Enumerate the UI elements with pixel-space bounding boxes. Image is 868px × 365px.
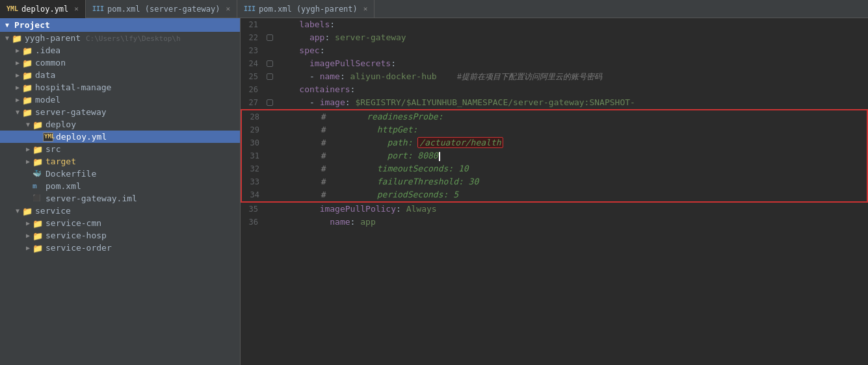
tree-item-root[interactable]: ▼ 📁 yygh-parent C:\Users\lfy\Desktop\h	[0, 32, 240, 44]
line-num-25: 25	[241, 70, 263, 83]
tree-item-server-gateway[interactable]: ▼ 📁 server-gateway	[0, 106, 240, 118]
code-line-28: 28 # readinessProbe:	[242, 110, 867, 123]
tree-item-deploy[interactable]: ▼ 📁 deploy	[0, 118, 240, 131]
gutter-dot-27	[267, 99, 273, 106]
tree-item-service-order[interactable]: ▶ 📁 service-order	[0, 242, 240, 254]
code-line-34: 34 # periodSeconds: 5	[242, 188, 867, 201]
folder-icon: 📁	[22, 95, 33, 105]
line-num-34: 34	[242, 188, 265, 201]
folder-icon: 📁	[12, 34, 22, 43]
line-content-27: - image: $REGISTRY/$ALIYUNHUB_NAMESPACE/…	[276, 96, 868, 109]
gutter-29	[265, 123, 278, 136]
root-arrow: ▼	[3, 34, 12, 42]
path-highlight: /actuator/health	[417, 137, 503, 148]
code-line-21: 21 labels:	[241, 18, 868, 31]
project-title: ▼ Project	[0, 18, 240, 32]
model-label: model	[35, 95, 60, 105]
service-label: service	[35, 206, 71, 216]
dockerfile-label: Dockerfile	[46, 169, 96, 179]
iml-file-icon: ⬛	[33, 194, 43, 203]
tree-item-data[interactable]: ▶ 📁 data	[0, 69, 240, 81]
gutter-34	[265, 188, 278, 201]
data-arrow: ▶	[13, 71, 22, 79]
line-content-35: imagePullPolicy: Always	[276, 203, 868, 216]
tab-close-icon[interactable]: ✕	[363, 5, 368, 13]
service-hosp-label: service-hosp	[46, 231, 107, 240]
tree-item-dockerfile[interactable]: ▶ 🐳 Dockerfile	[0, 168, 240, 180]
code-line-31: 31 # port: 8080	[242, 149, 867, 162]
idea-arrow: ▶	[13, 47, 22, 54]
gutter-22	[263, 31, 276, 44]
project-arrow: ▼	[3, 21, 12, 29]
code-line-22: 22 app: server-gateway	[241, 31, 868, 44]
xml-icon: III	[244, 5, 256, 12]
gutter-26	[263, 83, 276, 96]
code-line-23: 23 spec:	[241, 44, 868, 57]
xml-icon: III	[92, 5, 104, 12]
line-content-21: labels:	[276, 18, 868, 31]
folder-icon: 📁	[22, 71, 33, 80]
folder-icon: 📁	[33, 120, 43, 129]
data-label: data	[35, 70, 55, 80]
tree-item-service-cmn[interactable]: ▶ 📁 service-cmn	[0, 217, 240, 229]
sidebar: ▼ Project ▼ 📁 yygh-parent C:\Users\lfy\D…	[0, 18, 241, 365]
line-content-24: imagePullSecrets:	[276, 57, 868, 70]
line-num-30: 30	[242, 136, 265, 149]
tab-close-icon[interactable]: ✕	[74, 5, 79, 13]
folder-icon: 📁	[33, 157, 43, 166]
gutter-21	[263, 18, 276, 31]
highlighted-block: 28 # readinessProbe: 29 # httpGet: 30	[241, 109, 868, 203]
line-content-36: name: app	[276, 216, 868, 229]
server-gateway-arrow: ▼	[13, 108, 22, 116]
tree-item-deploy-yml[interactable]: ▶ YML deploy.yml	[0, 131, 240, 143]
line-num-26: 26	[241, 83, 263, 96]
tab-deploy-yml[interactable]: YML deploy.yml ✕	[0, 0, 86, 18]
tab-close-icon[interactable]: ✕	[226, 5, 230, 13]
service-order-arrow: ▶	[23, 244, 33, 251]
folder-icon: 📁	[33, 145, 43, 154]
target-label: target	[46, 157, 76, 166]
deploy-label: deploy	[46, 120, 76, 129]
line-content-29: # httpGet:	[278, 123, 867, 136]
tree-item-src[interactable]: ▶ 📁 src	[0, 143, 240, 155]
deploy-arrow: ▼	[23, 121, 33, 128]
service-order-label: service-order	[46, 243, 112, 253]
tree-item-common[interactable]: ▶ 📁 common	[0, 57, 240, 69]
line-num-23: 23	[241, 44, 263, 57]
line-content-30: # path: /actuator/health	[278, 136, 867, 149]
line-num-31: 31	[242, 149, 265, 162]
tree-item-pom-xml[interactable]: ▶ m pom.xml	[0, 180, 240, 192]
line-num-24: 24	[241, 57, 263, 70]
yml-file-icon: YML	[43, 132, 53, 142]
hospital-manage-label: hospital-manage	[35, 82, 111, 92]
line-num-27: 27	[241, 96, 263, 109]
tree-item-model[interactable]: ▶ 📁 model	[0, 94, 240, 106]
gutter-30	[265, 136, 278, 149]
line-content-32: # timeoutSeconds: 10	[278, 162, 867, 175]
gutter-35	[263, 203, 276, 216]
tab-label: pom.xml (server-gateway)	[107, 5, 220, 14]
tree-item-hospital-manage[interactable]: ▶ 📁 hospital-manage	[0, 81, 240, 94]
code-line-35: 35 imagePullPolicy: Always	[241, 203, 868, 216]
line-content-33: # failureThreshold: 30	[278, 175, 867, 188]
main-layout: ▼ Project ▼ 📁 yygh-parent C:\Users\lfy\D…	[0, 18, 868, 365]
tab-pom-server-gateway[interactable]: III pom.xml (server-gateway) ✕	[86, 0, 237, 18]
tab-label: pom.xml (yygh-parent)	[259, 5, 358, 14]
line-num-36: 36	[241, 216, 263, 229]
tree-item-service[interactable]: ▼ 📁 service	[0, 205, 240, 217]
tree-item-idea[interactable]: ▶ 📁 .idea	[0, 44, 240, 57]
code-lines: 21 labels: 22 app: server-gateway 23 spe…	[241, 18, 868, 229]
model-arrow: ▶	[13, 96, 22, 103]
tree-item-target[interactable]: ▶ 📁 target	[0, 155, 240, 168]
service-hosp-arrow: ▶	[23, 232, 33, 239]
line-num-28: 28	[242, 110, 265, 123]
code-editor[interactable]: 21 labels: 22 app: server-gateway 23 spe…	[241, 18, 868, 365]
tab-bar: YML deploy.yml ✕ III pom.xml (server-gat…	[0, 0, 868, 18]
line-content-28: # readinessProbe:	[278, 110, 867, 123]
yml-icon: YML	[7, 5, 18, 12]
code-line-24: 24 imagePullSecrets:	[241, 57, 868, 70]
tree-item-server-gateway-iml[interactable]: ▶ ⬛ server-gateway.iml	[0, 192, 240, 205]
line-content-25: - name: aliyun-docker-hub #提前在项目下配置访问阿里云…	[276, 70, 868, 83]
tab-pom-yygh-parent[interactable]: III pom.xml (yygh-parent) ✕	[237, 0, 375, 18]
tree-item-service-hosp[interactable]: ▶ 📁 service-hosp	[0, 229, 240, 242]
